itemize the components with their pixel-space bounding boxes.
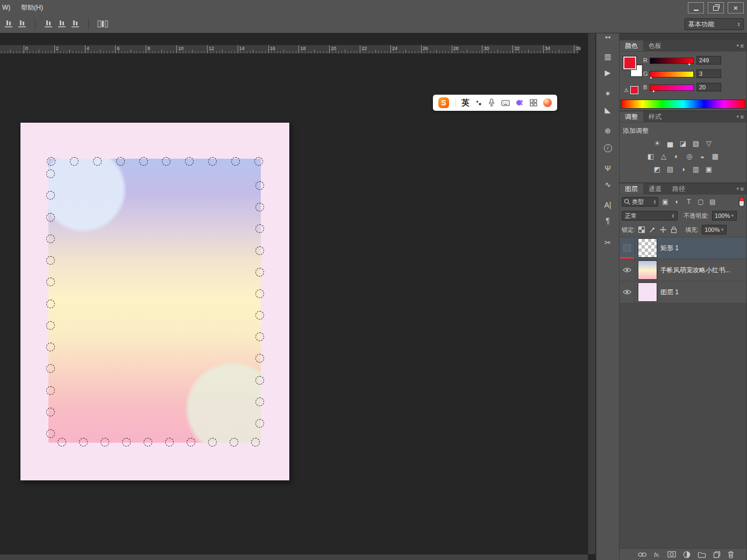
- gradient-panel-icon[interactable]: ◣: [596, 105, 619, 114]
- wisdom-ball-icon[interactable]: [543, 98, 552, 107]
- channel-slider[interactable]: [650, 84, 694, 91]
- measure-panel-icon[interactable]: ✂: [596, 238, 619, 247]
- add-layer-mask-icon[interactable]: [667, 551, 676, 558]
- horizontal-scrollbar[interactable]: [0, 554, 588, 560]
- filter-pixel-icon[interactable]: ▣: [659, 197, 671, 207]
- restore-button[interactable]: [708, 2, 724, 13]
- layer-name[interactable]: 矩形 1: [660, 244, 679, 253]
- blend-mode-dropdown[interactable]: 正常 ▲▼: [622, 211, 678, 221]
- gradient-rectangle[interactable]: [48, 159, 261, 443]
- filter-smart-object-icon[interactable]: ▤: [707, 197, 718, 207]
- panel-menu-icon[interactable]: ▼≡: [736, 183, 746, 194]
- layer-visibility-toggle[interactable]: [620, 259, 635, 281]
- layer-thumbnail[interactable]: [638, 239, 657, 257]
- channel-slider[interactable]: [650, 71, 694, 77]
- delete-layer-icon[interactable]: [728, 551, 734, 558]
- channel-value-field[interactable]: 3: [696, 69, 721, 78]
- tab-swatches[interactable]: 色板: [643, 40, 667, 51]
- sogou-logo[interactable]: S: [438, 97, 449, 108]
- layer-visibility-toggle[interactable]: [620, 237, 635, 259]
- distribute-spacing-icon[interactable]: [97, 20, 108, 28]
- lock-transparency-icon[interactable]: [636, 225, 647, 234]
- document-canvas[interactable]: [20, 123, 289, 480]
- levels-icon[interactable]: ▅: [665, 138, 675, 148]
- filter-switch-toggle[interactable]: [739, 197, 744, 207]
- mic-icon[interactable]: [488, 98, 495, 107]
- tab-styles[interactable]: 样式: [643, 111, 667, 122]
- vertical-scrollbar[interactable]: [588, 33, 595, 554]
- tab-paths[interactable]: 路径: [667, 183, 691, 194]
- lock-position-icon[interactable]: [658, 225, 668, 234]
- brightness-contrast-icon[interactable]: ☀: [652, 138, 663, 148]
- close-button[interactable]: ×: [728, 2, 744, 13]
- snowflake-panel-icon[interactable]: ✶: [596, 89, 619, 98]
- layer-row[interactable]: 矩形 1: [620, 237, 746, 259]
- ink-icon[interactable]: [475, 99, 482, 107]
- filter-type-icon[interactable]: T: [683, 197, 695, 207]
- new-layer-icon[interactable]: [713, 551, 721, 558]
- tab-layers[interactable]: 图层: [620, 183, 643, 194]
- distribute-center-icon[interactable]: [58, 20, 66, 28]
- filter-adjustment-icon[interactable]: ◐: [671, 197, 683, 207]
- panel-menu-icon[interactable]: ▼≡: [736, 111, 746, 122]
- tab-color[interactable]: 颜色: [620, 40, 643, 51]
- lock-pixels-icon[interactable]: [647, 225, 658, 234]
- keyboard-icon[interactable]: [501, 100, 510, 107]
- new-group-icon[interactable]: [698, 551, 706, 558]
- layer-row[interactable]: 手帐风萌宠攻略小红书...: [620, 259, 746, 281]
- posterize-icon[interactable]: ▤: [665, 164, 675, 174]
- invert-icon[interactable]: ◩: [652, 164, 663, 174]
- skin-icon[interactable]: [516, 99, 524, 107]
- channel-mixer-icon[interactable]: ◒: [697, 151, 708, 161]
- filter-type-dropdown[interactable]: 类型 ▲▼: [622, 197, 658, 207]
- layer-thumbnail[interactable]: [638, 283, 657, 301]
- slider-marker-icon[interactable]: ▲: [687, 62, 691, 66]
- channel-value-field[interactable]: 249: [696, 56, 721, 65]
- new-adjustment-layer-icon[interactable]: [683, 551, 691, 558]
- photo-filter-icon[interactable]: ◎: [684, 151, 695, 161]
- menu-item-help[interactable]: 帮助(H): [21, 3, 43, 12]
- gradient-map-icon[interactable]: ▥: [691, 164, 701, 174]
- tab-channels[interactable]: 通道: [643, 183, 667, 194]
- layer-visibility-toggle[interactable]: [620, 281, 635, 303]
- anchor-panel-icon[interactable]: Ψ: [596, 164, 619, 173]
- vibrance-icon[interactable]: ▽: [703, 138, 714, 148]
- hue-saturation-icon[interactable]: ◧: [645, 151, 656, 161]
- layer-row[interactable]: 图层 1: [620, 281, 746, 303]
- paragraph-panel-icon[interactable]: ¶: [596, 216, 619, 225]
- align-vertical-centers-icon[interactable]: [18, 20, 26, 28]
- curve-panel-icon[interactable]: ∿: [596, 180, 619, 189]
- horizontal-ruler[interactable]: 024681012141618202224262830323436: [0, 45, 579, 54]
- threshold-icon[interactable]: ◑: [678, 164, 688, 174]
- selective-color-icon[interactable]: ▣: [703, 164, 714, 174]
- color-balance-icon[interactable]: △: [658, 151, 669, 161]
- exposure-icon[interactable]: ▧: [691, 138, 701, 148]
- ime-language-mode[interactable]: 英: [461, 98, 469, 108]
- toolbox-grid-icon[interactable]: [530, 99, 537, 107]
- minimize-button[interactable]: [688, 2, 704, 13]
- align-top-edges-icon[interactable]: [4, 20, 13, 28]
- slider-marker-icon[interactable]: ▲: [652, 89, 656, 93]
- link-layers-icon[interactable]: [638, 552, 647, 557]
- distribute-left-icon[interactable]: [44, 20, 53, 28]
- layer-thumbnail[interactable]: [638, 261, 657, 279]
- distribute-right-icon[interactable]: [71, 20, 80, 28]
- layer-name[interactable]: 图层 1: [660, 288, 679, 297]
- clone-source-panel-icon[interactable]: ⊛: [596, 126, 619, 135]
- curves-icon[interactable]: ◪: [678, 138, 688, 148]
- color-spectrum-ramp[interactable]: [621, 100, 745, 109]
- workspace-switcher[interactable]: 基本功能 ▲▼: [685, 18, 744, 30]
- opacity-field[interactable]: 100% ▼: [712, 211, 737, 221]
- layer-name[interactable]: 手帐风萌宠攻略小红书...: [660, 266, 730, 275]
- panel-menu-icon[interactable]: ▼≡: [736, 40, 746, 51]
- tab-adjustments[interactable]: 调整: [620, 111, 643, 122]
- black-white-icon[interactable]: ◐: [671, 151, 682, 161]
- fill-field[interactable]: 100% ▼: [702, 225, 727, 235]
- character-panel-icon[interactable]: A|: [596, 201, 619, 209]
- lock-all-icon[interactable]: [668, 225, 679, 234]
- slider-marker-icon[interactable]: ▲: [649, 75, 653, 79]
- color-lookup-icon[interactable]: ▦: [710, 151, 721, 161]
- actions-panel-icon[interactable]: ▶: [596, 68, 619, 77]
- info-panel-icon[interactable]: i: [596, 143, 619, 152]
- layer-style-icon[interactable]: fx.: [654, 551, 660, 558]
